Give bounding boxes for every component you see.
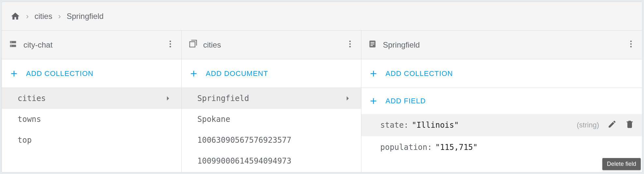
svg-rect-10 [371,43,374,44]
document-item[interactable]: Spokane [182,109,361,130]
collection-item[interactable]: cities [2,88,181,109]
document-column: Springfield ADD COLLECTION ADD FIELD sta… [361,31,642,172]
document-list: Springfield Spokane 10063090567576923577… [182,88,361,172]
document-item[interactable]: 10063090567576923577 [182,130,361,151]
chevron-right-icon: › [58,12,61,21]
chevron-right-icon [343,94,352,103]
database-column: city-chat ADD COLLECTION cities towns to [2,31,182,172]
add-document-button[interactable]: ADD DOCUMENT [182,59,361,88]
chevron-right-icon: › [26,12,29,21]
svg-point-12 [630,40,632,42]
database-header: city-chat [2,31,181,59]
add-collection-button[interactable]: ADD COLLECTION [2,59,181,88]
field-type: (string) [577,121,599,129]
document-icon [368,39,377,51]
menu-icon[interactable] [626,39,636,51]
menu-icon[interactable] [345,39,355,51]
svg-point-2 [170,40,171,42]
svg-point-0 [11,42,11,42]
add-subcollection-label: ADD COLLECTION [385,69,453,78]
delete-icon[interactable] [620,120,634,131]
field-row[interactable]: population: "115,715" [361,136,642,158]
chevron-right-icon [164,94,172,103]
edit-icon[interactable] [602,120,617,131]
document-title: Springfield [383,40,621,50]
collection-title: cities [203,40,340,50]
collection-column: cities ADD DOCUMENT Springfield Spokane [182,31,361,172]
tooltip: Delete field [602,158,641,170]
database-title: city-chat [23,40,160,50]
add-subcollection-button[interactable]: ADD COLLECTION [361,59,642,88]
collection-list: cities towns top [2,88,181,172]
svg-rect-9 [371,42,374,43]
add-collection-label: ADD COLLECTION [26,69,93,78]
svg-point-14 [630,46,632,47]
field-key: state: [380,121,409,130]
home-icon[interactable] [10,11,20,21]
collection-item[interactable]: top [2,130,181,151]
svg-point-6 [349,43,351,45]
svg-point-1 [11,45,11,46]
field-key: population: [380,143,432,152]
breadcrumb: › cities › Springfield [2,2,642,31]
menu-icon[interactable] [166,39,175,51]
breadcrumb-item[interactable]: cities [35,12,52,21]
svg-point-13 [630,43,632,45]
breadcrumb-item[interactable]: Springfield [67,12,104,21]
document-header: Springfield [361,31,642,59]
svg-point-4 [170,46,171,47]
field-row[interactable]: state: "Illinois" (string) [361,114,642,136]
svg-point-5 [349,40,351,42]
collection-icon [188,39,197,51]
svg-point-3 [170,43,171,45]
field-value: "115,715" [435,143,478,152]
document-item[interactable]: Springfield [182,88,361,109]
database-icon [8,39,18,51]
collection-item[interactable]: towns [2,109,181,130]
add-field-label: ADD FIELD [385,97,426,105]
document-item[interactable]: 10099000614594094973 [182,151,361,171]
add-document-label: ADD DOCUMENT [206,69,268,78]
collection-header: cities [182,31,361,59]
svg-rect-11 [371,45,373,46]
add-field-button[interactable]: ADD FIELD [361,88,642,114]
svg-point-7 [349,46,351,47]
field-value: "Illinois" [412,121,459,130]
